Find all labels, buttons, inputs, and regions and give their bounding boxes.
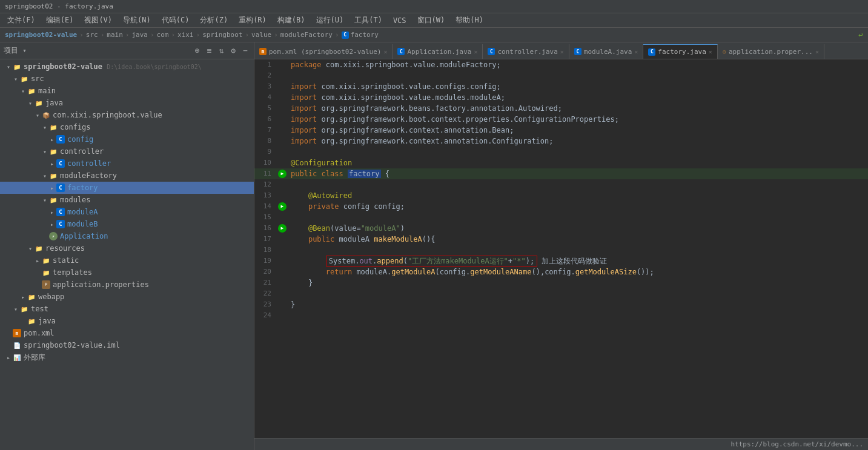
menu-tools[interactable]: 工具(T)	[350, 14, 387, 27]
tab-props-label: application.proper...	[729, 48, 813, 56]
menu-build[interactable]: 构建(B)	[273, 14, 310, 27]
tree-item-webapp[interactable]: ▸ 📁 webapp	[0, 291, 254, 303]
gutter-icon-16[interactable]: ▶	[278, 224, 287, 233]
tree-item-controller-class[interactable]: ▸ C controller	[0, 157, 254, 170]
tab-controller-label: controller.java	[497, 48, 557, 56]
breadcrumb-springboot[interactable]: springboot	[202, 31, 242, 39]
controller-class-label: controller	[67, 159, 111, 168]
modules-label: modules	[60, 196, 91, 204]
line-num-16: 16	[254, 223, 276, 234]
tree-item-moduleFactory[interactable]: ▾ 📁 moduleFactory	[0, 170, 254, 182]
tree-item-project[interactable]: ▾ 📁 springboot02-value D:\idea.book\spri…	[0, 61, 254, 73]
tree-item-resources[interactable]: ▾ 📁 resources	[0, 242, 254, 254]
tab-application-props[interactable]: ⚙ application.proper... ✕	[718, 44, 824, 59]
menu-window[interactable]: 窗口(W)	[412, 14, 450, 27]
templates-label: templates	[53, 268, 92, 277]
breadcrumb-java[interactable]: java	[131, 31, 148, 39]
tab-application-close[interactable]: ✕	[474, 48, 477, 55]
collapse-all-btn[interactable]: ≡	[205, 45, 214, 56]
code-editor[interactable]: 1 package com.xixi.springboot.value.modu…	[254, 59, 868, 438]
sidebar-dropdown-arrow[interactable]: ▾	[22, 47, 27, 55]
gutter-icon-14[interactable]: ▶	[278, 202, 287, 211]
tab-moduleA-java[interactable]: C moduleA.java ✕	[569, 44, 644, 59]
tree-item-moduleA[interactable]: ▸ C moduleA	[0, 206, 254, 218]
breadcrumb-value[interactable]: value	[251, 31, 271, 39]
tree-item-config-class[interactable]: ▸ C config	[0, 133, 254, 145]
tab-moduleA-label: moduleA.java	[584, 48, 632, 56]
sidebar: 项目 ▾ ⊕ ≡ ⇅ ⚙ − ▾ 📁 springboot02-value D:…	[0, 42, 254, 450]
tree-item-controller-folder[interactable]: ▾ 📁 controller	[0, 145, 254, 157]
title-bar: springboot02 - factory.java	[0, 0, 868, 13]
tab-factory-close[interactable]: ✕	[709, 48, 712, 55]
line-content-18	[288, 245, 868, 256]
tree-item-templates[interactable]: 📁 templates	[0, 266, 254, 279]
menu-vcs[interactable]: VCS	[388, 15, 411, 26]
moduleB-label: moduleB	[67, 220, 98, 228]
tree-item-src[interactable]: ▾ 📁 src	[0, 73, 254, 85]
iml-label: springboot02-value.iml	[24, 341, 120, 349]
code-line-1: 1 package com.xixi.springboot.value.modu…	[254, 59, 868, 70]
tree-item-test[interactable]: ▾ 📁 test	[0, 303, 254, 315]
gutter-2	[276, 70, 288, 81]
menu-analyze[interactable]: 分析(Z)	[195, 14, 233, 27]
tab-controller-java[interactable]: C controller.java ✕	[483, 44, 569, 59]
breadcrumb-moduleFactory[interactable]: moduleFactory	[280, 31, 333, 39]
code-line-7: 7 import org.springframework.context.ann…	[254, 125, 868, 136]
tree-item-test-java[interactable]: 📁 java	[0, 315, 254, 327]
tree-item-props[interactable]: P application.properties	[0, 279, 254, 291]
menu-navigate[interactable]: 导航(N)	[118, 14, 156, 27]
tab-factory-java[interactable]: C factory.java ✕	[643, 44, 718, 59]
breadcrumb-project[interactable]: springboot02-value	[5, 31, 77, 39]
tab-pom-close[interactable]: ✕	[383, 48, 387, 55]
arrow-config-class: ▸	[48, 136, 56, 143]
close-sidebar-btn[interactable]: −	[240, 45, 250, 56]
menu-help[interactable]: 帮助(H)	[451, 14, 488, 27]
breadcrumb-sep-6: ›	[196, 31, 200, 39]
tab-controller-close[interactable]: ✕	[560, 48, 564, 55]
navigation-back-icon[interactable]: ↩	[858, 30, 863, 39]
code-line-10: 10 @Configuration	[254, 157, 868, 168]
menu-code[interactable]: 代码(C)	[157, 14, 194, 27]
tree-item-pom[interactable]: m pom.xml	[0, 327, 254, 339]
tab-moduleA-close[interactable]: ✕	[634, 48, 638, 55]
tree-item-modules[interactable]: ▾ 📁 modules	[0, 194, 254, 206]
tab-pom[interactable]: m pom.xml (springboot02-value) ✕	[254, 44, 393, 59]
line-content-16: @Bean(value="moduleA")	[288, 223, 868, 234]
tree-item-iml[interactable]: 📄 springboot02-value.iml	[0, 339, 254, 351]
menu-view[interactable]: 视图(V)	[79, 14, 117, 27]
settings-btn[interactable]: ⚙	[228, 45, 238, 56]
tree-item-application[interactable]: ⚡ Application	[0, 230, 254, 242]
line-content-1: package com.xixi.springboot.value.module…	[288, 59, 868, 70]
breadcrumb-src[interactable]: src	[86, 31, 98, 39]
arrow-modules: ▾	[41, 197, 48, 203]
gutter-icon-11[interactable]: ▶	[278, 170, 287, 178]
locate-in-tree-btn[interactable]: ⊕	[193, 45, 202, 56]
menu-refactor[interactable]: 重构(R)	[234, 14, 271, 27]
tree-item-factory[interactable]: ▸ C factory	[0, 182, 254, 194]
breadcrumb-com[interactable]: com	[157, 31, 169, 39]
menu-edit[interactable]: 编辑(E)	[41, 14, 79, 27]
breadcrumb-file[interactable]: factory	[351, 31, 379, 39]
tree-item-moduleB[interactable]: ▸ C moduleB	[0, 218, 254, 230]
tree-item-static[interactable]: ▸ 📁 static	[0, 254, 254, 266]
breadcrumb-xixi[interactable]: xixi	[177, 31, 194, 39]
menu-run[interactable]: 运行(U)	[311, 14, 349, 27]
tree-item-package[interactable]: ▾ 📦 com.xixi.springboot.value	[0, 109, 254, 121]
tab-application-java[interactable]: C Application.java ✕	[393, 44, 483, 59]
tab-moduleA-icon: C	[574, 48, 581, 55]
webapp-label: webapp	[38, 293, 64, 301]
tree-item-java[interactable]: ▾ 📁 java	[0, 97, 254, 109]
tree-item-configs[interactable]: ▾ 📁 configs	[0, 121, 254, 133]
code-line-5: 5 import org.springframework.beans.facto…	[254, 103, 868, 114]
tree-item-main[interactable]: ▾ 📁 main	[0, 85, 254, 97]
arrow-main: ▾	[19, 88, 27, 94]
expand-btn[interactable]: ⇅	[217, 45, 227, 56]
line-num-2: 2	[254, 70, 276, 81]
breadcrumb-main[interactable]: main	[107, 31, 123, 39]
menu-file[interactable]: 文件(F)	[2, 14, 40, 27]
tab-props-close[interactable]: ✕	[815, 48, 819, 55]
gutter-23	[276, 299, 288, 310]
tree-item-external-libs[interactable]: ▸ 📊 外部库	[0, 351, 254, 363]
line-content-19: System.out.append("工厂方法makeModuleA运行"+"*…	[288, 256, 868, 266]
line-num-24: 24	[254, 310, 276, 321]
